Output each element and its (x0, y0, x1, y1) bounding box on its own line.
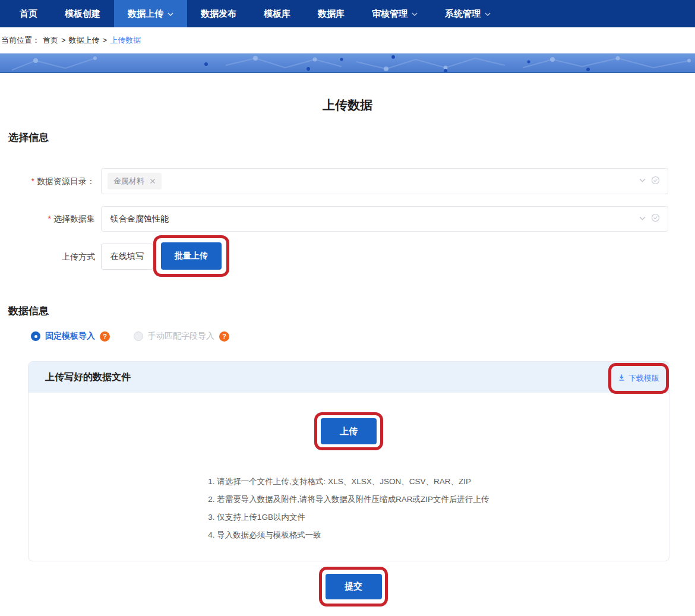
instruction-line: 2. 若需要导入数据及附件,请将导入数据及附件压缩成RAR或ZIP文件后进行上传 (208, 491, 489, 508)
upload-file-panel: 上传写好的数据文件 下载模版 上传 1. 请选择一个文件上传,支持格式: XLS… (28, 361, 669, 561)
chevron-down-icon (412, 12, 418, 17)
nav-item-home[interactable]: 首页 (6, 0, 51, 27)
breadcrumb-current-page[interactable]: 上传数据 (110, 35, 141, 46)
batch-upload-button[interactable]: 批量上传 (161, 242, 222, 270)
radio-selected-icon (31, 331, 40, 341)
annotation-box-submit: 提交 (319, 567, 388, 606)
banner-molecule-graphic (0, 53, 695, 73)
import-mode-radio-group: 固定模板导入 ? 手动匹配字段导入 ? (31, 331, 229, 342)
nav-item-audit-management[interactable]: 审核管理 (358, 0, 431, 27)
breadcrumb-data-upload[interactable]: 数据上传 (69, 35, 100, 46)
required-asterisk: * (31, 176, 34, 186)
help-icon[interactable]: ? (100, 331, 110, 342)
breadcrumb-separator: > (103, 36, 108, 45)
download-template-link[interactable]: 下载模版 (618, 373, 659, 384)
breadcrumb-separator: > (61, 36, 66, 45)
banner-image (0, 53, 695, 73)
page-title: 上传数据 (0, 97, 695, 113)
panel-header: 上传写好的数据文件 下载模版 (29, 362, 669, 393)
radio-unselected-icon (134, 331, 143, 341)
panel-title: 上传写好的数据文件 (45, 371, 131, 384)
breadcrumb-home[interactable]: 首页 (43, 35, 58, 46)
radio-fixed-template-import[interactable]: 固定模板导入 ? (31, 331, 110, 342)
online-fill-button[interactable]: 在线填写 (101, 244, 153, 270)
breadcrumb: 当前位置： 首页 > 数据上传 > 上传数据 (0, 27, 695, 53)
nav-item-template-create[interactable]: 模板创建 (51, 0, 114, 27)
close-icon[interactable] (150, 178, 156, 184)
download-icon (618, 374, 626, 383)
dataset-select[interactable]: 镁合金腐蚀性能 (101, 206, 668, 232)
breadcrumb-prefix: 当前位置： (1, 35, 40, 46)
chevron-down-icon[interactable] (639, 214, 646, 225)
nav-item-data-publish[interactable]: 数据发布 (187, 0, 250, 27)
required-asterisk: * (48, 214, 51, 223)
panel-body: 上传 1. 请选择一个文件上传,支持格式: XLS、XLSX、JSON、CSV、… (29, 412, 669, 544)
catalog-select[interactable]: 金属材料 (101, 168, 668, 194)
check-circle-icon (651, 213, 660, 225)
chevron-down-icon (168, 12, 173, 17)
chevron-down-icon (485, 12, 491, 17)
upload-button[interactable]: 上传 (321, 418, 377, 444)
catalog-field-label: *数据资源目录： (0, 168, 95, 194)
instruction-line: 4. 导入数据必须与模板格式一致 (208, 526, 489, 544)
chevron-down-icon[interactable] (639, 176, 646, 187)
nav-item-system-management[interactable]: 系统管理 (431, 0, 504, 27)
dataset-selected-value: 镁合金腐蚀性能 (110, 214, 169, 225)
annotation-box-upload: 上传 (314, 412, 383, 450)
page: 首页 模板创建 数据上传 数据发布 模板库 数据库 审核管理 系统管理 当前位置… (0, 0, 695, 616)
nav-item-template-library[interactable]: 模板库 (250, 0, 304, 27)
submit-button[interactable]: 提交 (326, 574, 382, 599)
instruction-line: 1. 请选择一个文件上传,支持格式: XLS、XLSX、JSON、CSV、RAR… (208, 473, 489, 491)
upload-method-label: 上传方式 (0, 244, 95, 270)
dataset-field-label: *选择数据集 (0, 206, 95, 232)
section-heading-data-info: 数据信息 (8, 304, 49, 318)
upload-instructions: 1. 请选择一个文件上传,支持格式: XLS、XLSX、JSON、CSV、RAR… (208, 473, 489, 544)
instruction-line: 3. 仅支持上传1GB以内文件 (208, 508, 489, 526)
nav-item-database[interactable]: 数据库 (304, 0, 358, 27)
annotation-box-download-template: 下载模版 (608, 363, 669, 394)
radio-manual-field-match-import[interactable]: 手动匹配字段导入 ? (134, 331, 229, 342)
selected-catalog-tag: 金属材料 (108, 173, 162, 189)
nav-item-data-upload[interactable]: 数据上传 (114, 0, 187, 27)
top-navigation: 首页 模板创建 数据上传 数据发布 模板库 数据库 审核管理 系统管理 (0, 0, 695, 27)
help-icon[interactable]: ? (219, 331, 229, 342)
check-circle-icon (651, 176, 660, 187)
annotation-box-batch-upload: 批量上传 (153, 235, 229, 277)
section-heading-select-info: 选择信息 (8, 131, 49, 144)
